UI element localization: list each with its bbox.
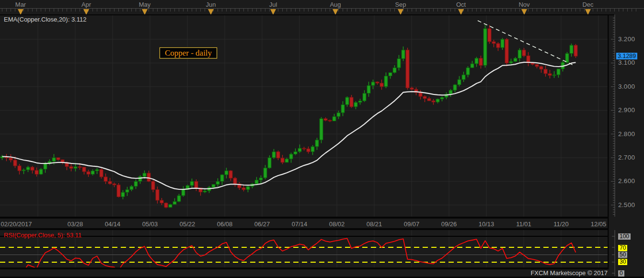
candle-body [354, 103, 357, 107]
date-axis-top-border [0, 217, 609, 219]
price-label[interactable]: 3.100 [618, 59, 635, 66]
month-marker-icon [585, 9, 591, 15]
month-label: Mar [15, 1, 26, 8]
candle-body [570, 45, 573, 53]
month-marker-icon [208, 9, 214, 15]
candle-body [289, 154, 293, 159]
date-label[interactable]: 07/14 [292, 220, 308, 228]
candle-body [160, 200, 163, 203]
candle-body [229, 171, 232, 178]
date-label[interactable]: 08/21 [367, 220, 382, 228]
date-label[interactable]: 05/03 [142, 220, 158, 228]
candle-body [44, 163, 47, 169]
date-label[interactable]: 05/22 [180, 220, 196, 228]
date-label[interactable]: 04/14 [105, 220, 121, 228]
candle-body [406, 50, 409, 88]
candle-body [453, 85, 457, 90]
month-label: May [139, 1, 151, 8]
date-label[interactable]: 06/08 [217, 220, 233, 228]
candle-body [169, 204, 172, 207]
candle-body [328, 120, 332, 121]
month-label: Jun [206, 1, 216, 8]
date-label[interactable]: 11/20 [553, 220, 569, 228]
candle-body [544, 69, 547, 73]
price-label[interactable]: 2.600 [618, 177, 635, 185]
candle-body [376, 82, 379, 83]
candle-body [315, 140, 319, 147]
candle-body [26, 167, 30, 170]
candle-body [212, 185, 215, 187]
candles-group[interactable] [0, 25, 577, 208]
candle-body [483, 29, 487, 66]
candle-body [552, 75, 556, 76]
date-label[interactable]: 03/28 [68, 220, 83, 228]
rsi-level-label: 100 [618, 233, 631, 240]
candle-body [358, 101, 362, 102]
price-label[interactable]: 2.900 [618, 106, 635, 114]
candle-body [134, 181, 138, 186]
candle-body [87, 172, 90, 174]
candle-body [100, 170, 103, 177]
candle-body [74, 167, 77, 168]
date-label[interactable]: 09/07 [404, 220, 420, 228]
candle-body [449, 90, 452, 94]
price-label[interactable]: 2.500 [618, 201, 635, 208]
rsi-level-label: 30 [618, 259, 627, 265]
candle-body [225, 171, 228, 175]
rsi-indicator-label[interactable]: RSI(Copper.Close, 5): 53.11 [4, 232, 81, 239]
candle-body [574, 45, 577, 56]
candle-body [242, 188, 245, 190]
date-label[interactable]: 08/02 [329, 220, 345, 228]
rsi-top-border [0, 228, 609, 230]
date-label[interactable]: 11/01 [516, 220, 531, 228]
candle-body [531, 63, 534, 64]
ema-indicator-label[interactable]: EMA(Copper.Close,20): 3.112 [4, 16, 86, 23]
candle-body [307, 149, 310, 151]
candle-body [440, 97, 444, 99]
candle-body [82, 167, 86, 172]
candle-body [397, 58, 401, 68]
month-marker-icon [333, 9, 338, 15]
candle-body [535, 64, 539, 67]
candle-body [522, 50, 526, 56]
candle-body [9, 158, 12, 160]
candle-body [320, 118, 323, 139]
price-label[interactable]: 2.700 [618, 154, 635, 161]
candle-body [246, 186, 250, 190]
price-label[interactable]: 2.800 [618, 130, 635, 138]
candle-body [22, 170, 25, 171]
candle-body [156, 190, 159, 200]
date-label[interactable]: 09/26 [441, 220, 457, 228]
candle-body [389, 72, 392, 76]
chart-title[interactable]: Copper - daily [160, 47, 217, 58]
month-marker-icon [142, 9, 148, 15]
candle-body [259, 178, 263, 180]
date-label[interactable]: 06/27 [254, 220, 270, 228]
price-label[interactable]: 3.000 [618, 83, 635, 90]
date-label[interactable]: 02/20/2017 [0, 220, 32, 228]
price-axis-ruler [611, 14, 615, 276]
candle-body [52, 158, 56, 162]
month-marker-icon [270, 9, 276, 15]
candle-body [565, 54, 569, 62]
date-label[interactable]: 12/05 [591, 220, 607, 228]
candle-body [436, 99, 439, 102]
candle-body [216, 181, 219, 184]
candle-body [255, 180, 258, 184]
candle-body [126, 190, 129, 192]
plot-right-border [608, 14, 609, 269]
candle-body [95, 170, 99, 171]
chart-canvas[interactable] [0, 0, 644, 278]
candle-body [479, 58, 483, 66]
candle-body [268, 158, 271, 168]
candle-body [78, 167, 81, 168]
candle-body [31, 167, 34, 171]
date-label[interactable]: 10/13 [479, 220, 494, 228]
candle-body [164, 203, 168, 208]
candle-body [281, 158, 284, 162]
price-label[interactable]: 3.200 [618, 35, 635, 43]
candle-body [501, 39, 504, 47]
candle-body [557, 69, 560, 75]
candle-body [264, 168, 267, 178]
candle-body [57, 158, 60, 160]
